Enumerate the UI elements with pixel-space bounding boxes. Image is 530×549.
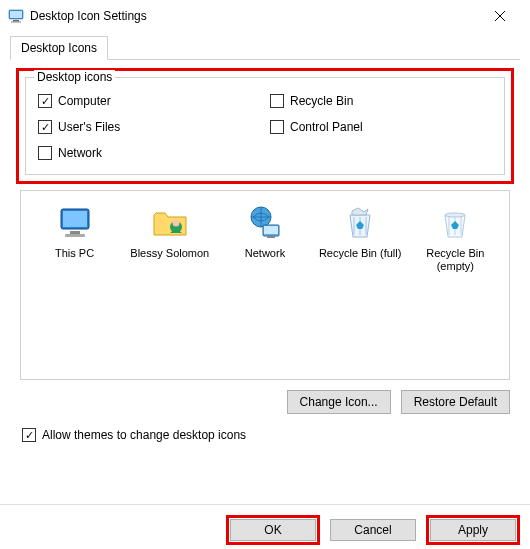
app-icon	[8, 8, 24, 24]
checkbox-computer[interactable]: Computer	[38, 94, 260, 108]
svg-rect-1	[10, 11, 22, 18]
highlight-desktop-icons-group: Desktop icons Computer Recycle Bin User'…	[16, 68, 514, 184]
allow-themes-row[interactable]: Allow themes to change desktop icons	[22, 428, 510, 442]
tab-row: Desktop Icons	[10, 36, 520, 60]
checkbox-box[interactable]	[38, 94, 52, 108]
preview-network[interactable]: Network	[220, 203, 310, 260]
checkbox-box[interactable]	[270, 120, 284, 134]
svg-rect-5	[63, 211, 87, 227]
svg-point-9	[172, 220, 179, 227]
checkbox-label: Recycle Bin	[290, 94, 353, 108]
icon-label: Blessy Solomon	[130, 247, 209, 260]
preview-this-pc[interactable]: This PC	[30, 203, 120, 260]
network-icon	[245, 203, 285, 243]
svg-rect-2	[13, 20, 19, 22]
checkbox-grid: Computer Recycle Bin User's Files Contro…	[38, 94, 492, 160]
svg-point-14	[445, 213, 465, 217]
checkbox-box[interactable]	[22, 428, 36, 442]
checkbox-box[interactable]	[38, 120, 52, 134]
tab-desktop-icons[interactable]: Desktop Icons	[10, 36, 108, 60]
recycle-empty-icon	[435, 203, 475, 243]
checkbox-control-panel[interactable]: Control Panel	[270, 120, 492, 134]
svg-rect-13	[267, 236, 275, 238]
tab-content: Desktop icons Computer Recycle Bin User'…	[10, 60, 520, 442]
checkbox-label: User's Files	[58, 120, 120, 134]
checkbox-network[interactable]: Network	[38, 146, 260, 160]
icon-row: This PC Blessy Solomon	[27, 203, 503, 273]
fieldset-desktop-icons: Desktop icons Computer Recycle Bin User'…	[25, 77, 505, 175]
checkbox-label: Network	[58, 146, 102, 160]
restore-default-button[interactable]: Restore Default	[401, 390, 510, 414]
allow-themes-label: Allow themes to change desktop icons	[42, 428, 246, 442]
svg-rect-12	[264, 226, 278, 234]
cancel-button[interactable]: Cancel	[330, 519, 416, 541]
ok-button[interactable]: OK	[230, 519, 316, 541]
checkbox-recycle-bin[interactable]: Recycle Bin	[270, 94, 492, 108]
checkbox-label: Computer	[58, 94, 111, 108]
footer-separator	[0, 504, 530, 505]
fieldset-legend: Desktop icons	[34, 70, 115, 84]
svg-rect-7	[65, 234, 85, 237]
preview-recycle-empty[interactable]: Recycle Bin (empty)	[410, 203, 500, 273]
titlebar: Desktop Icon Settings	[0, 0, 530, 32]
checkbox-box[interactable]	[270, 94, 284, 108]
dialog-footer: OK Cancel Apply	[230, 519, 516, 541]
checkbox-users-files[interactable]: User's Files	[38, 120, 260, 134]
recycle-full-icon	[340, 203, 380, 243]
this-pc-icon	[55, 203, 95, 243]
window-title: Desktop Icon Settings	[30, 9, 147, 23]
close-button[interactable]	[480, 2, 520, 30]
icon-label: This PC	[55, 247, 94, 260]
icon-label: Network	[245, 247, 285, 260]
preview-user-folder[interactable]: Blessy Solomon	[125, 203, 215, 260]
icon-preview-panel: This PC Blessy Solomon	[20, 190, 510, 380]
apply-button[interactable]: Apply	[430, 519, 516, 541]
checkbox-box[interactable]	[38, 146, 52, 160]
icon-label: Recycle Bin (empty)	[410, 247, 500, 273]
svg-rect-3	[11, 22, 21, 23]
user-folder-icon	[150, 203, 190, 243]
titlebar-left: Desktop Icon Settings	[8, 8, 147, 24]
tab-area: Desktop Icons Desktop icons Computer Rec…	[0, 32, 530, 442]
icon-label: Recycle Bin (full)	[319, 247, 402, 260]
change-icon-button[interactable]: Change Icon...	[287, 390, 391, 414]
preview-recycle-full[interactable]: Recycle Bin (full)	[315, 203, 405, 260]
checkbox-label: Control Panel	[290, 120, 363, 134]
svg-rect-6	[70, 231, 80, 234]
icon-button-row: Change Icon... Restore Default	[20, 390, 510, 414]
